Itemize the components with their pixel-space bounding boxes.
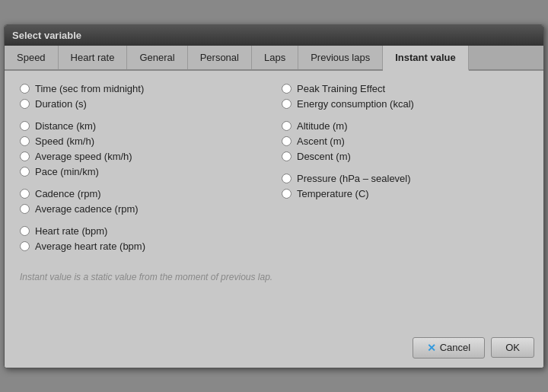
radio-descent[interactable]: Descent (m) [282,151,528,162]
tab-speed[interactable]: Speed [5,46,59,69]
tab-personal[interactable]: Personal [188,46,252,69]
radio-avg-speed[interactable]: Average speed (km/h) [20,151,266,162]
radio-avg-cadence[interactable]: Average cadence (rpm) [20,203,266,215]
ok-button[interactable]: OK [491,337,534,358]
radio-ascent[interactable]: Ascent (m) [282,135,528,147]
dialog-title: Select variable [5,25,543,46]
radio-speed[interactable]: Speed (km/h) [20,135,266,147]
tab-general[interactable]: General [127,46,187,69]
content-area: Time (sec from midnight) Duration (s) Di… [5,71,543,330]
tab-laps[interactable]: Laps [252,46,298,69]
group-cadence: Cadence (rpm) Average cadence (rpm) [20,188,266,215]
group-pressure: Pressure (hPa – sealevel) Temperature (C… [282,173,528,199]
footer-note: Instant value is a static value from the… [20,272,528,282]
select-variable-dialog: Select variable Speed Heart rate General… [4,24,544,368]
radio-duration[interactable]: Duration (s) [20,98,266,110]
group-altitude: Altitude (m) Ascent (m) Descent (m) [282,120,528,162]
radio-time[interactable]: Time (sec from midnight) [20,83,266,94]
cancel-x-icon: ✕ [427,342,436,354]
radio-energy[interactable]: Energy consumption (kcal) [282,98,528,110]
left-column: Time (sec from midnight) Duration (s) Di… [20,83,266,260]
tab-heart-rate[interactable]: Heart rate [59,46,128,69]
columns: Time (sec from midnight) Duration (s) Di… [20,83,528,260]
cancel-button[interactable]: ✕ Cancel [413,337,485,359]
radio-peak-te[interactable]: Peak Training Effect [282,83,528,94]
group-heart-rate: Heart rate (bpm) Average heart rate (bpm… [20,225,266,252]
group-time: Time (sec from midnight) Duration (s) [20,83,266,110]
group-training: Peak Training Effect Energy consumption … [282,83,528,110]
radio-temperature[interactable]: Temperature (C) [282,188,528,199]
radio-pressure[interactable]: Pressure (hPa – sealevel) [282,173,528,184]
tab-previous-laps[interactable]: Previous laps [298,46,383,69]
tab-instant-value[interactable]: Instant value [383,46,468,71]
button-row: ✕ Cancel OK [5,330,543,368]
right-column: Peak Training Effect Energy consumption … [282,83,528,260]
group-speed: Distance (km) Speed (km/h) Average speed… [20,120,266,177]
radio-pace[interactable]: Pace (min/km) [20,166,266,177]
radio-cadence[interactable]: Cadence (rpm) [20,188,266,199]
radio-hr[interactable]: Heart rate (bpm) [20,225,266,237]
radio-avg-hr[interactable]: Average heart rate (bpm) [20,241,266,252]
radio-altitude[interactable]: Altitude (m) [282,120,528,132]
tab-bar: Speed Heart rate General Personal Laps P… [5,46,543,71]
radio-distance[interactable]: Distance (km) [20,120,266,132]
